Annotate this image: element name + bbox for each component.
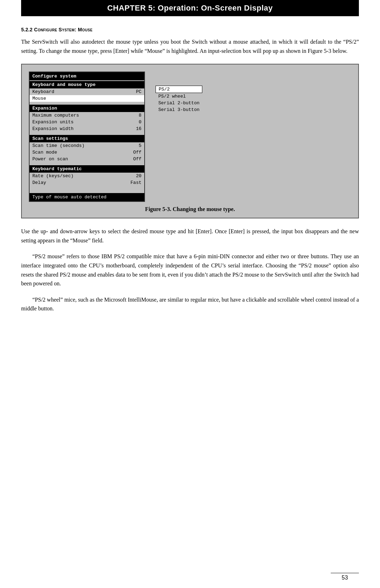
osd-row-max-computers: Maximum computers 8 (30, 112, 144, 119)
popup-item-ps2: PS/2 (156, 86, 202, 93)
osd-scan-time-value: 5 (139, 143, 141, 148)
page-footer: 53 (331, 573, 359, 581)
osd-row-scan-time: Scan time (seconds) 5 (30, 142, 144, 149)
page-number: 53 (342, 575, 348, 581)
osd-expansion-width-label: Expansion width (32, 126, 74, 131)
osd-section-expansion: Expansion (30, 105, 144, 112)
intro-paragraph: The ServSwitch will also autodetect the … (21, 37, 359, 55)
osd-max-computers-label: Maximum computers (32, 113, 79, 118)
osd-power-scan-label: Power on scan (32, 156, 68, 162)
osd-row-scan-mode: Scan mode Off (30, 149, 144, 156)
osd-keyboard-label: Keyboard (32, 89, 54, 94)
osd-divider-2 (30, 132, 144, 134)
paragraph-3: “PS/2 mouse” refers to those IBM PS/2 co… (21, 252, 359, 288)
osd-power-scan-value: Off (133, 156, 141, 162)
osd-delay-label: Delay (32, 180, 46, 185)
section-heading: 5.2.2 Configure System: Mouse (21, 27, 359, 32)
osd-max-computers-value: 8 (139, 113, 141, 118)
osd-row-delay: Delay Fast (30, 179, 144, 186)
osd-rate-value: 20 (136, 173, 141, 179)
osd-row-keyboard: Keyboard PC (30, 88, 144, 95)
chapter-title: CHAPTER 5: Operation: On-Screen Display (107, 4, 273, 12)
osd-title-bar: Configure system (30, 72, 144, 80)
figure-container: Configure system Keyboard and mouse type… (21, 64, 359, 218)
figure-inner: Configure system Keyboard and mouse type… (29, 72, 351, 202)
popup-item-serial-2: Serial 2-button (156, 100, 202, 106)
osd-divider-3 (30, 162, 144, 165)
osd-scan-mode-value: Off (133, 150, 141, 155)
osd-row-expansion-width: Expansion width 16 (30, 125, 144, 132)
osd-popup: PS/2 PS/2 wheel Serial 2-button Serial 3… (156, 86, 202, 202)
popup-item-serial-3: Serial 3-button (156, 106, 202, 113)
section-number: 5.2.2 (21, 27, 33, 32)
osd-row-expansion-units: Expansion units 0 (30, 119, 144, 125)
figure-caption: Figure 5-3. Changing the mouse type. (29, 206, 351, 212)
osd-panel: Configure system Keyboard and mouse type… (29, 72, 145, 202)
osd-mouse-label: Mouse (32, 96, 46, 101)
chapter-header: CHAPTER 5: Operation: On-Screen Display (21, 0, 359, 16)
osd-scan-mode-label: Scan mode (32, 150, 57, 155)
osd-expansion-width-value: 16 (136, 126, 141, 131)
osd-divider-5 (30, 188, 144, 190)
osd-row-power-scan: Power on scan Off (30, 156, 144, 162)
popup-item-ps2-wheel: PS/2 wheel (156, 93, 202, 100)
osd-rate-label: Rate (keys/sec) (32, 173, 74, 179)
osd-expansion-units-value: 0 (139, 119, 141, 125)
osd-status-bar: Type of mouse auto detected (30, 193, 144, 201)
osd-section-typematic: Keyboard typematic (30, 165, 144, 173)
paragraph-4: “PS/2 wheel” mice, such as the Microsoft… (21, 295, 359, 313)
osd-keyboard-value: PC (136, 89, 141, 94)
osd-row-rate: Rate (keys/sec) 20 (30, 173, 144, 179)
section-title-label: Configure System: Mouse (34, 27, 93, 32)
osd-scan-time-label: Scan time (seconds) (32, 143, 84, 148)
osd-section-scan: Scan settings (30, 135, 144, 142)
paragraph-2: Use the up- and down-arrow keys to selec… (21, 227, 359, 245)
osd-delay-value: Fast (131, 180, 141, 185)
osd-section-keyboard: Keyboard and mouse type (30, 81, 144, 88)
osd-divider-1 (30, 102, 144, 104)
osd-row-mouse: Mouse (30, 95, 144, 102)
osd-expansion-units-label: Expansion units (32, 119, 74, 125)
